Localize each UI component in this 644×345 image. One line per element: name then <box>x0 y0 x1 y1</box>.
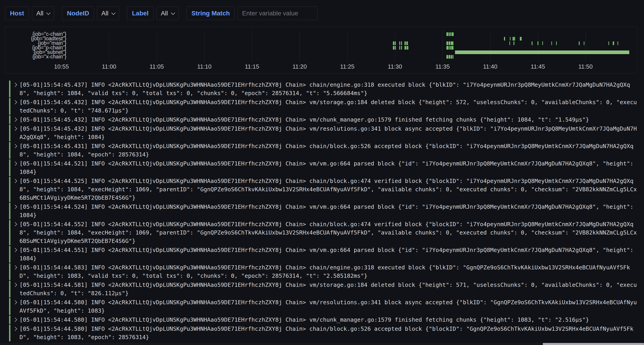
variable-label-label: Label <box>127 6 154 20</box>
log-row[interactable]: [05-01|15:54:45.432] INFO <2AcRkXTLLtQjv… <box>9 98 638 115</box>
status-mark-jobloadtest <box>520 37 522 40</box>
log-line-text: [05-01|15:54:45.432] INFO <2AcRkXTLLtQjv… <box>20 124 638 141</box>
expand-row-button[interactable] <box>10 124 20 141</box>
log-row[interactable]: [05-01|15:54:44.581] INFO <2AcRkXTLLtQjv… <box>9 281 638 298</box>
status-mark-jobc-chain <box>450 32 451 36</box>
status-mark-jobloadtest <box>512 37 514 40</box>
expand-row-button[interactable] <box>10 159 20 176</box>
status-mark-jobp-chain <box>451 46 454 49</box>
expand-row-button[interactable] <box>10 142 20 159</box>
log-line-text: [05-01|15:54:44.521] INFO <2AcRkXTLLtQjv… <box>20 159 638 176</box>
horizontal-scrollbar-track <box>0 343 644 345</box>
variable-dropdown-nodeid[interactable]: All <box>97 6 119 20</box>
timeline-axis-tick-label: 11:35 <box>436 63 450 70</box>
variable-value-text: All <box>161 10 168 17</box>
string-match-group: String Match <box>186 6 318 20</box>
chevron-right-icon <box>13 179 17 183</box>
log-row[interactable]: [05-01|15:54:45.432] INFO <2AcRkXTLLtQjv… <box>9 124 638 141</box>
chevron-right-icon <box>13 83 17 87</box>
log-line-text: [05-01|15:54:44.580] INFO <2AcRkXTLLtQjv… <box>20 298 638 315</box>
log-row[interactable]: [05-01|15:54:45.437] INFO <2AcRkXTLLtQjv… <box>9 81 638 97</box>
variable-groups: HostAllNodeIDAllLabelAll <box>5 6 179 20</box>
expand-row-button[interactable] <box>10 316 20 324</box>
status-mark-jobx-chain <box>446 55 448 59</box>
log-row[interactable]: [05-01|15:54:44.524] INFO <2AcRkXTLLtQjv… <box>9 203 638 219</box>
expand-row-button[interactable] <box>10 298 20 315</box>
timeline-axis-tick-label: 10:55 <box>54 63 69 70</box>
status-mark-jobp-chain <box>446 46 449 49</box>
log-row[interactable]: [05-01|15:54:44.551] INFO <2AcRkXTLLtQjv… <box>9 246 638 263</box>
expand-row-button[interactable] <box>10 325 20 342</box>
log-row[interactable]: [05-01|15:54:45.432] INFO <2AcRkXTLLtQjv… <box>9 115 638 124</box>
expand-row-button[interactable] <box>10 263 20 280</box>
expand-row-button[interactable] <box>10 115 20 124</box>
status-mark-jobloadtest <box>504 37 505 40</box>
variable-value-text: All <box>101 10 108 17</box>
log-row[interactable]: [05-01|15:54:44.580] INFO <2AcRkXTLLtQjv… <box>9 316 638 324</box>
log-row[interactable]: [05-01|15:54:44.552] INFO <2AcRkXTLLtQjv… <box>9 220 638 245</box>
status-mark-jobmain <box>393 41 394 45</box>
timeline-axis-tick-label: 11:30 <box>388 63 402 70</box>
log-line-text: [05-01|15:54:44.551] INFO <2AcRkXTLLtQjv… <box>20 246 638 263</box>
status-mark-jobmain <box>618 41 618 45</box>
log-row[interactable]: [05-01|15:54:44.521] INFO <2AcRkXTLLtQjv… <box>9 159 638 176</box>
log-row[interactable]: [05-01|15:54:44.525] INFO <2AcRkXTLLtQjv… <box>9 177 638 202</box>
log-row[interactable]: [05-01|15:54:44.580] INFO <2AcRkXTLLtQjv… <box>9 298 638 315</box>
variable-value-text: All <box>36 10 43 17</box>
chevron-right-icon <box>13 144 17 148</box>
status-mark-jobc-chain <box>446 32 448 36</box>
expand-row-button[interactable] <box>10 81 20 97</box>
status-mark-jobmain <box>401 41 402 45</box>
variable-dropdown-label[interactable]: All <box>156 6 179 20</box>
timeline-gridline <box>252 30 252 61</box>
expand-row-button[interactable] <box>10 281 20 298</box>
status-mark-jobx-chain <box>451 55 452 59</box>
log-line-text: [05-01|15:54:45.431] INFO <2AcRkXTLLtQjv… <box>20 142 638 159</box>
chevron-right-icon <box>13 117 17 122</box>
timeline-axis-tick-label: 11:40 <box>483 63 498 70</box>
status-mark-jobp-chain <box>399 46 400 49</box>
status-mark-jobmain <box>542 41 543 45</box>
status-mark-jobmain <box>404 41 406 45</box>
status-mark-jobx-chain <box>452 55 454 59</box>
log-line-text: [05-01|15:54:45.432] INFO <2AcRkXTLLtQjv… <box>20 98 638 115</box>
horizontal-scrollbar-thumb[interactable] <box>543 343 644 345</box>
timeline-axis-tick-label: 11:45 <box>531 63 545 70</box>
string-match-input[interactable] <box>238 6 318 20</box>
status-mark-jobmain <box>538 41 538 45</box>
timeline-axis-tick-label: 11:20 <box>292 63 307 70</box>
chevron-right-icon <box>13 327 17 331</box>
chevron-right-icon <box>13 265 17 269</box>
log-row[interactable]: [05-01|15:54:44.580] INFO <2AcRkXTLLtQjv… <box>9 325 638 342</box>
log-row[interactable]: [05-01|15:54:45.431] INFO <2AcRkXTLLtQjv… <box>9 142 638 159</box>
expand-row-button[interactable] <box>10 177 20 202</box>
string-match-label: String Match <box>186 6 235 20</box>
chevron-right-icon <box>13 300 17 304</box>
status-mark-jobp-chain <box>401 46 402 49</box>
status-mark-jobmain <box>510 41 510 45</box>
chevron-right-icon <box>13 248 17 252</box>
status-mark-jobx-chain <box>449 55 450 59</box>
log-line-text: [05-01|15:54:44.580] INFO <2AcRkXTLLtQjv… <box>20 316 638 324</box>
chevron-down-icon <box>112 11 116 15</box>
log-line-text: [05-01|15:54:44.525] INFO <2AcRkXTLLtQjv… <box>20 177 638 202</box>
status-mark-jobp-chain <box>404 46 406 49</box>
log-line-text: [05-01|15:54:44.552] INFO <2AcRkXTLLtQjv… <box>20 220 638 245</box>
variable-dropdown-host[interactable]: All <box>32 6 54 20</box>
timeline-axis-tick-label: 11:05 <box>150 63 164 70</box>
expand-row-button[interactable] <box>10 246 20 263</box>
log-row[interactable]: [05-01|15:54:44.583] INFO <2AcRkXTLLtQjv… <box>9 263 638 280</box>
log-line-text: [05-01|15:54:45.437] INFO <2AcRkXTLLtQjv… <box>20 81 638 97</box>
log-line-text: [05-01|15:54:44.524] INFO <2AcRkXTLLtQjv… <box>20 203 638 219</box>
variable-group-label: LabelAll <box>127 6 178 20</box>
expand-row-button[interactable] <box>10 98 20 115</box>
expand-row-button[interactable] <box>10 220 20 245</box>
expand-row-button[interactable] <box>10 203 20 219</box>
variable-group-host: HostAll <box>5 6 54 20</box>
timeline-gridline <box>109 30 109 61</box>
status-mark-jobmain <box>613 41 614 45</box>
chevron-down-icon <box>171 11 175 15</box>
timeline-gridline <box>157 30 157 61</box>
status-mark-jobmain <box>551 41 552 45</box>
log-line-text: [05-01|15:54:44.580] INFO <2AcRkXTLLtQjv… <box>20 325 638 342</box>
